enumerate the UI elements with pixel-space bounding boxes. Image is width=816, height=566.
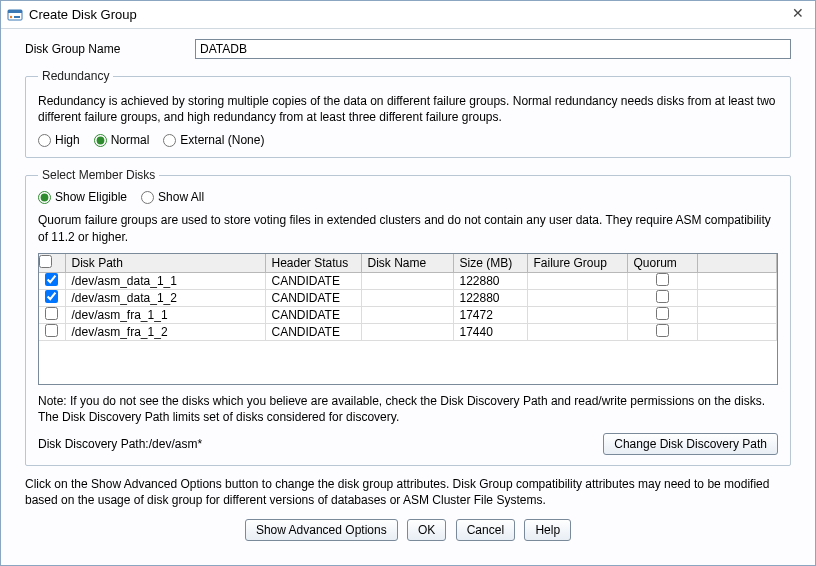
redundancy-external-radio[interactable] — [163, 134, 176, 147]
redundancy-group: Redundancy Redundancy is achieved by sto… — [25, 69, 791, 158]
discovery-note: Note: If you do not see the disks which … — [38, 393, 778, 425]
app-icon — [7, 7, 23, 23]
show-eligible-radio[interactable] — [38, 191, 51, 204]
redundancy-external[interactable]: External (None) — [163, 133, 264, 147]
quorum-help: Quorum failure groups are used to store … — [38, 212, 778, 244]
col-failure-group[interactable]: Failure Group — [527, 254, 627, 273]
row-select-checkbox[interactable] — [45, 290, 58, 303]
cell-failure-group — [527, 289, 627, 306]
cell-disk-path: /dev/asm_fra_1_2 — [65, 323, 265, 340]
row-select-checkbox[interactable] — [45, 307, 58, 320]
cell-size: 122880 — [453, 289, 527, 306]
show-eligible[interactable]: Show Eligible — [38, 190, 127, 204]
disk-group-name-label: Disk Group Name — [25, 42, 195, 56]
cell-disk-name — [361, 306, 453, 323]
cell-failure-group — [527, 323, 627, 340]
table-row[interactable]: /dev/asm_data_1_1CANDIDATE122880 — [39, 272, 777, 289]
select-member-disks-legend: Select Member Disks — [38, 168, 159, 182]
table-row[interactable]: /dev/asm_data_1_2CANDIDATE122880 — [39, 289, 777, 306]
window-title: Create Disk Group — [29, 7, 137, 22]
select-member-disks-group: Select Member Disks Show Eligible Show A… — [25, 168, 791, 466]
cell-disk-name — [361, 272, 453, 289]
cell-header-status: CANDIDATE — [265, 323, 361, 340]
cell-disk-path: /dev/asm_fra_1_1 — [65, 306, 265, 323]
cell-disk-path: /dev/asm_data_1_2 — [65, 289, 265, 306]
select-all-checkbox[interactable] — [39, 255, 52, 268]
cell-header-status: CANDIDATE — [265, 306, 361, 323]
redundancy-normal[interactable]: Normal — [94, 133, 150, 147]
col-quorum[interactable]: Quorum — [627, 254, 697, 273]
cell-disk-path: /dev/asm_data_1_1 — [65, 272, 265, 289]
redundancy-help: Redundancy is achieved by storing multip… — [38, 93, 778, 125]
disk-discovery-path: Disk Discovery Path:/dev/asm* — [38, 437, 202, 451]
row-quorum-checkbox[interactable] — [656, 290, 669, 303]
col-disk-path[interactable]: Disk Path — [65, 254, 265, 273]
cell-disk-name — [361, 289, 453, 306]
cell-size: 122880 — [453, 272, 527, 289]
cancel-button[interactable]: Cancel — [456, 519, 515, 541]
advanced-options-note: Click on the Show Advanced Options butto… — [1, 476, 815, 508]
col-disk-name[interactable]: Disk Name — [361, 254, 453, 273]
dialog-window: Create Disk Group ✕ Disk Group Name Redu… — [0, 0, 816, 566]
row-quorum-checkbox[interactable] — [656, 273, 669, 286]
svg-rect-1 — [8, 10, 22, 13]
col-size[interactable]: Size (MB) — [453, 254, 527, 273]
disk-discovery-path-label: Disk Discovery Path: — [38, 437, 149, 451]
button-bar: Show Advanced Options OK Cancel Help — [1, 519, 815, 553]
cell-disk-name — [361, 323, 453, 340]
row-select-checkbox[interactable] — [45, 273, 58, 286]
row-select-checkbox[interactable] — [45, 324, 58, 337]
close-icon[interactable]: ✕ — [789, 5, 807, 23]
svg-rect-3 — [14, 16, 20, 18]
help-button[interactable]: Help — [524, 519, 571, 541]
show-all-radio[interactable] — [141, 191, 154, 204]
show-all[interactable]: Show All — [141, 190, 204, 204]
cell-header-status: CANDIDATE — [265, 272, 361, 289]
redundancy-high[interactable]: High — [38, 133, 80, 147]
redundancy-high-radio[interactable] — [38, 134, 51, 147]
cell-size: 17440 — [453, 323, 527, 340]
redundancy-normal-radio[interactable] — [94, 134, 107, 147]
ok-button[interactable]: OK — [407, 519, 446, 541]
cell-header-status: CANDIDATE — [265, 289, 361, 306]
titlebar: Create Disk Group ✕ — [1, 1, 815, 29]
disk-discovery-path-value: /dev/asm* — [149, 437, 202, 451]
cell-size: 17472 — [453, 306, 527, 323]
table-row[interactable]: /dev/asm_fra_1_1CANDIDATE17472 — [39, 306, 777, 323]
cell-failure-group — [527, 272, 627, 289]
cell-failure-group — [527, 306, 627, 323]
disks-table: Disk Path Header Status Disk Name Size (… — [38, 253, 778, 385]
redundancy-legend: Redundancy — [38, 69, 113, 83]
row-quorum-checkbox[interactable] — [656, 324, 669, 337]
show-advanced-options-button[interactable]: Show Advanced Options — [245, 519, 398, 541]
row-quorum-checkbox[interactable] — [656, 307, 669, 320]
table-row[interactable]: /dev/asm_fra_1_2CANDIDATE17440 — [39, 323, 777, 340]
disk-group-name-input[interactable] — [195, 39, 791, 59]
svg-point-2 — [10, 15, 12, 17]
change-disk-discovery-path-button[interactable]: Change Disk Discovery Path — [603, 433, 778, 455]
col-header-status[interactable]: Header Status — [265, 254, 361, 273]
table-header-row: Disk Path Header Status Disk Name Size (… — [39, 254, 777, 273]
